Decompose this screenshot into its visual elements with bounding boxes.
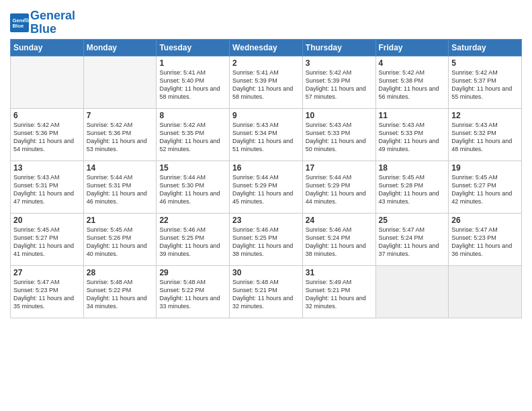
day-number: 12 [451, 111, 519, 120]
cell-details: Sunrise: 5:43 AMSunset: 5:31 PMDaylight:… [13, 173, 81, 206]
cell-details: Sunrise: 5:41 AMSunset: 5:40 PMDaylight:… [159, 68, 226, 101]
calendar-cell: 16Sunrise: 5:44 AMSunset: 5:29 PMDayligh… [230, 161, 303, 213]
day-number: 5 [451, 58, 519, 68]
cell-details: Sunrise: 5:43 AMSunset: 5:34 PMDaylight:… [232, 121, 300, 154]
calendar-cell: 30Sunrise: 5:48 AMSunset: 5:21 PMDayligh… [230, 265, 303, 318]
calendar-cell: 15Sunrise: 5:44 AMSunset: 5:30 PMDayligh… [157, 161, 230, 213]
cell-details: Sunrise: 5:43 AMSunset: 5:32 PMDaylight:… [451, 121, 519, 154]
calendar-cell [449, 265, 522, 318]
cell-details: Sunrise: 5:48 AMSunset: 5:22 PMDaylight:… [159, 278, 226, 311]
calendar-cell: 27Sunrise: 5:47 AMSunset: 5:23 PMDayligh… [11, 265, 84, 318]
day-number: 6 [13, 111, 81, 120]
calendar-cell [11, 56, 84, 108]
calendar-cell: 11Sunrise: 5:43 AMSunset: 5:33 PMDayligh… [375, 108, 449, 161]
calendar-cell: 13Sunrise: 5:43 AMSunset: 5:31 PMDayligh… [11, 161, 84, 213]
header: General Blue General Blue [10, 7, 522, 36]
calendar-cell: 9Sunrise: 5:43 AMSunset: 5:34 PMDaylight… [230, 108, 303, 161]
calendar-cell [83, 56, 157, 108]
cell-details: Sunrise: 5:41 AMSunset: 5:39 PMDaylight:… [232, 68, 300, 101]
cell-details: Sunrise: 5:47 AMSunset: 5:23 PMDaylight:… [13, 278, 81, 311]
cell-details: Sunrise: 5:47 AMSunset: 5:24 PMDaylight:… [379, 226, 446, 259]
day-header-saturday: Saturday [449, 39, 522, 56]
day-number: 17 [306, 163, 373, 173]
calendar-cell: 1Sunrise: 5:41 AMSunset: 5:40 PMDaylight… [157, 56, 230, 108]
cell-details: Sunrise: 5:43 AMSunset: 5:33 PMDaylight:… [379, 121, 446, 154]
calendar-cell: 20Sunrise: 5:45 AMSunset: 5:27 PMDayligh… [11, 213, 84, 265]
cell-details: Sunrise: 5:45 AMSunset: 5:28 PMDaylight:… [379, 173, 446, 206]
day-number: 28 [87, 268, 154, 277]
cell-details: Sunrise: 5:43 AMSunset: 5:33 PMDaylight:… [306, 121, 373, 154]
day-number: 21 [87, 216, 154, 225]
logo: General Blue General Blue [10, 9, 75, 36]
calendar-cell: 2Sunrise: 5:41 AMSunset: 5:39 PMDaylight… [230, 56, 303, 108]
cell-details: Sunrise: 5:45 AMSunset: 5:27 PMDaylight:… [451, 173, 519, 206]
day-number: 30 [232, 268, 300, 277]
calendar-cell: 23Sunrise: 5:46 AMSunset: 5:25 PMDayligh… [230, 213, 303, 265]
day-header-sunday: Sunday [11, 39, 84, 56]
cell-details: Sunrise: 5:47 AMSunset: 5:23 PMDaylight:… [451, 226, 519, 259]
day-number: 20 [13, 216, 81, 225]
cell-details: Sunrise: 5:42 AMSunset: 5:37 PMDaylight:… [451, 68, 519, 101]
calendar-cell: 8Sunrise: 5:42 AMSunset: 5:35 PMDaylight… [157, 108, 230, 161]
cell-details: Sunrise: 5:49 AMSunset: 5:21 PMDaylight:… [306, 278, 373, 311]
calendar-cell: 18Sunrise: 5:45 AMSunset: 5:28 PMDayligh… [375, 161, 449, 213]
cell-details: Sunrise: 5:46 AMSunset: 5:24 PMDaylight:… [306, 226, 373, 259]
calendar-cell: 26Sunrise: 5:47 AMSunset: 5:23 PMDayligh… [449, 213, 522, 265]
calendar-cell: 19Sunrise: 5:45 AMSunset: 5:27 PMDayligh… [449, 161, 522, 213]
cell-details: Sunrise: 5:45 AMSunset: 5:27 PMDaylight:… [13, 226, 81, 259]
cell-details: Sunrise: 5:46 AMSunset: 5:25 PMDaylight:… [232, 226, 300, 259]
day-number: 31 [306, 268, 373, 277]
day-number: 3 [306, 58, 373, 68]
calendar-cell: 14Sunrise: 5:44 AMSunset: 5:31 PMDayligh… [83, 161, 157, 213]
day-number: 8 [159, 111, 226, 120]
day-header-friday: Friday [375, 39, 449, 56]
calendar-cell: 28Sunrise: 5:48 AMSunset: 5:22 PMDayligh… [83, 265, 157, 318]
calendar-cell: 7Sunrise: 5:42 AMSunset: 5:36 PMDaylight… [83, 108, 157, 161]
day-number: 27 [13, 268, 81, 277]
calendar-cell: 31Sunrise: 5:49 AMSunset: 5:21 PMDayligh… [302, 265, 375, 318]
cell-details: Sunrise: 5:45 AMSunset: 5:26 PMDaylight:… [87, 226, 154, 259]
cell-details: Sunrise: 5:42 AMSunset: 5:35 PMDaylight:… [159, 121, 226, 154]
day-number: 15 [159, 163, 226, 173]
logo-icon: General Blue [10, 13, 29, 32]
day-number: 26 [451, 216, 519, 225]
cell-details: Sunrise: 5:44 AMSunset: 5:29 PMDaylight:… [306, 173, 373, 206]
calendar-table: SundayMondayTuesdayWednesdayThursdayFrid… [10, 39, 522, 318]
calendar-cell: 10Sunrise: 5:43 AMSunset: 5:33 PMDayligh… [302, 108, 375, 161]
calendar-cell: 5Sunrise: 5:42 AMSunset: 5:37 PMDaylight… [449, 56, 522, 108]
day-number: 29 [159, 268, 226, 277]
cell-details: Sunrise: 5:42 AMSunset: 5:36 PMDaylight:… [13, 121, 81, 154]
day-number: 16 [232, 163, 300, 173]
week-row-4: 20Sunrise: 5:45 AMSunset: 5:27 PMDayligh… [11, 213, 522, 265]
calendar-cell: 17Sunrise: 5:44 AMSunset: 5:29 PMDayligh… [302, 161, 375, 213]
calendar-cell: 12Sunrise: 5:43 AMSunset: 5:32 PMDayligh… [449, 108, 522, 161]
calendar-cell: 3Sunrise: 5:42 AMSunset: 5:39 PMDaylight… [302, 56, 375, 108]
day-number: 23 [232, 216, 300, 225]
logo-text: General [30, 9, 75, 23]
week-row-5: 27Sunrise: 5:47 AMSunset: 5:23 PMDayligh… [11, 265, 522, 318]
day-number: 11 [379, 111, 446, 120]
calendar-cell: 25Sunrise: 5:47 AMSunset: 5:24 PMDayligh… [375, 213, 449, 265]
page-container: General Blue General Blue SundayMondayTu… [0, 0, 532, 322]
day-number: 13 [13, 163, 81, 173]
day-number: 19 [451, 163, 519, 173]
cell-details: Sunrise: 5:48 AMSunset: 5:22 PMDaylight:… [87, 278, 154, 311]
cell-details: Sunrise: 5:42 AMSunset: 5:36 PMDaylight:… [87, 121, 154, 154]
day-header-wednesday: Wednesday [230, 39, 303, 56]
calendar-cell: 6Sunrise: 5:42 AMSunset: 5:36 PMDaylight… [11, 108, 84, 161]
calendar-cell: 21Sunrise: 5:45 AMSunset: 5:26 PMDayligh… [83, 213, 157, 265]
day-number: 25 [379, 216, 446, 225]
cell-details: Sunrise: 5:44 AMSunset: 5:30 PMDaylight:… [159, 173, 226, 206]
svg-text:Blue: Blue [13, 23, 24, 29]
day-number: 10 [306, 111, 373, 120]
week-row-1: 1Sunrise: 5:41 AMSunset: 5:40 PMDaylight… [11, 56, 522, 108]
day-number: 2 [232, 58, 300, 68]
week-row-3: 13Sunrise: 5:43 AMSunset: 5:31 PMDayligh… [11, 161, 522, 213]
calendar-cell: 22Sunrise: 5:46 AMSunset: 5:25 PMDayligh… [157, 213, 230, 265]
calendar-cell: 29Sunrise: 5:48 AMSunset: 5:22 PMDayligh… [157, 265, 230, 318]
day-number: 7 [87, 111, 154, 120]
calendar-cell: 4Sunrise: 5:42 AMSunset: 5:38 PMDaylight… [375, 56, 449, 108]
cell-details: Sunrise: 5:46 AMSunset: 5:25 PMDaylight:… [159, 226, 226, 259]
week-row-2: 6Sunrise: 5:42 AMSunset: 5:36 PMDaylight… [11, 108, 522, 161]
day-number: 24 [306, 216, 373, 225]
